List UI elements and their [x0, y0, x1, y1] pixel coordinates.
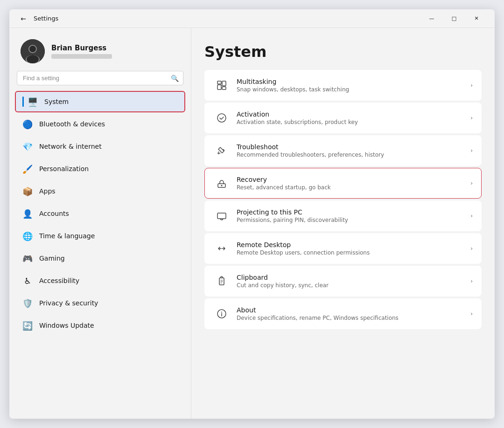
- bluetooth-nav-label: Bluetooth & devices: [39, 120, 105, 128]
- network-nav-icon: 💎: [22, 141, 33, 152]
- search-box: 🔍: [17, 71, 183, 85]
- sidebar-item-accessibility[interactable]: ♿Accessibility: [15, 270, 185, 291]
- svg-rect-8: [222, 87, 226, 90]
- minimize-button[interactable]: —: [421, 11, 442, 26]
- user-section: Brian Burgess: [15, 35, 185, 71]
- svg-point-9: [217, 114, 226, 122]
- sidebar-item-update[interactable]: 🔄Windows Update: [15, 315, 185, 336]
- clipboard-desc: Cut and copy history, sync, clear: [237, 282, 467, 289]
- settings-item-recovery[interactable]: RecoveryReset, advanced startup, go back…: [204, 168, 482, 199]
- clipboard-title: Clipboard: [237, 274, 467, 281]
- troubleshoot-title: Troubleshoot: [237, 143, 467, 151]
- activation-title: Activation: [237, 110, 467, 118]
- accessibility-nav-icon: ♿: [22, 276, 33, 286]
- update-nav-icon: 🔄: [22, 320, 33, 331]
- gaming-nav-icon: 🎮: [22, 253, 33, 263]
- settings-item-activation[interactable]: ActivationActivation state, subscription…: [204, 103, 482, 133]
- sidebar-item-network[interactable]: 💎Network & internet: [15, 136, 185, 157]
- troubleshoot-desc: Recommended troubleshooters, preferences…: [237, 152, 467, 158]
- svg-rect-7: [217, 85, 221, 90]
- sidebar-item-time[interactable]: 🌐Time & language: [15, 225, 185, 247]
- accounts-nav-icon: 👤: [22, 208, 33, 219]
- recovery-desc: Reset, advanced startup, go back: [237, 184, 467, 191]
- sidebar-item-personalization[interactable]: 🖌️Personalization: [15, 158, 185, 179]
- recovery-chevron-icon: ›: [470, 180, 473, 186]
- multitasking-title: Multitasking: [237, 78, 467, 85]
- sidebar-item-accounts[interactable]: 👤Accounts: [15, 203, 185, 224]
- main-panel: System MultitaskingSnap windows, desktop…: [191, 28, 495, 419]
- recovery-title: Recovery: [237, 176, 467, 183]
- activation-text: ActivationActivation state, subscription…: [237, 110, 467, 125]
- settings-item-multitasking[interactable]: MultitaskingSnap windows, desktops, task…: [204, 70, 482, 101]
- apps-nav-icon: 📦: [22, 186, 33, 196]
- titlebar: ← Settings — □ ✕: [9, 9, 495, 28]
- sidebar-item-apps[interactable]: 📦Apps: [15, 180, 185, 202]
- close-button[interactable]: ✕: [466, 11, 487, 26]
- system-nav-label: System: [44, 98, 69, 105]
- network-nav-label: Network & internet: [39, 143, 102, 150]
- activation-desc: Activation state, subscriptions, product…: [237, 119, 467, 125]
- settings-item-projecting[interactable]: Projecting to this PCPermissions, pairin…: [204, 200, 482, 231]
- multitasking-desc: Snap windows, desktops, task switching: [237, 86, 467, 93]
- sidebar-item-bluetooth[interactable]: 🔵Bluetooth & devices: [15, 113, 185, 135]
- gaming-nav-label: Gaming: [39, 255, 65, 262]
- activation-icon: [213, 110, 230, 126]
- about-title: About: [237, 306, 467, 314]
- svg-point-11: [221, 185, 223, 186]
- multitasking-text: MultitaskingSnap windows, desktops, task…: [237, 78, 467, 93]
- about-icon: [213, 305, 230, 322]
- recovery-text: RecoveryReset, advanced startup, go back: [237, 176, 467, 191]
- window-controls: — □ ✕: [421, 11, 487, 26]
- svg-point-15: [221, 312, 222, 313]
- privacy-nav-label: Privacy & security: [39, 299, 98, 307]
- about-desc: Device specifications, rename PC, Window…: [237, 315, 467, 321]
- search-icon: 🔍: [171, 75, 179, 82]
- user-info: Brian Burgess: [51, 44, 112, 59]
- sidebar-item-system[interactable]: 🖥️System: [15, 91, 185, 112]
- sidebar-item-gaming[interactable]: 🎮Gaming: [15, 248, 185, 269]
- user-name: Brian Burgess: [51, 44, 112, 52]
- remote-icon: [213, 240, 230, 257]
- sidebar-nav: 🖥️System🔵Bluetooth & devices💎Network & i…: [15, 91, 185, 336]
- personalization-nav-label: Personalization: [39, 165, 89, 173]
- about-chevron-icon: ›: [470, 311, 473, 317]
- svg-point-4: [27, 55, 39, 63]
- troubleshoot-icon: [213, 142, 230, 159]
- svg-rect-5: [217, 81, 221, 84]
- avatar-image: [21, 39, 45, 63]
- avatar: [21, 39, 45, 63]
- privacy-nav-icon: 🛡️: [22, 298, 33, 308]
- titlebar-title: Settings: [34, 15, 421, 22]
- recovery-icon: [213, 175, 230, 192]
- back-button[interactable]: ←: [17, 12, 30, 25]
- about-text: AboutDevice specifications, rename PC, W…: [237, 306, 467, 321]
- system-nav-icon: 🖥️: [28, 97, 38, 107]
- clipboard-text: ClipboardCut and copy history, sync, cle…: [237, 274, 467, 289]
- troubleshoot-text: TroubleshootRecommended troubleshooters,…: [237, 143, 467, 158]
- update-nav-label: Windows Update: [39, 322, 94, 329]
- maximize-button[interactable]: □: [443, 11, 465, 26]
- settings-item-clipboard[interactable]: ClipboardCut and copy history, sync, cle…: [204, 266, 482, 297]
- search-input[interactable]: [17, 71, 183, 85]
- multitasking-chevron-icon: ›: [470, 82, 473, 89]
- projecting-text: Projecting to this PCPermissions, pairin…: [237, 208, 467, 223]
- accounts-nav-label: Accounts: [39, 210, 69, 217]
- user-subtitle: [51, 54, 112, 59]
- remote-desc: Remote Desktop users, connection permiss…: [237, 249, 467, 256]
- bluetooth-nav-icon: 🔵: [22, 119, 33, 129]
- projecting-title: Projecting to this PC: [237, 208, 467, 216]
- apps-nav-label: Apps: [39, 187, 56, 195]
- projecting-desc: Permissions, pairing PIN, discoverabilit…: [237, 217, 467, 223]
- troubleshoot-chevron-icon: ›: [470, 147, 473, 154]
- page-title: System: [204, 43, 482, 61]
- settings-item-remote[interactable]: Remote DesktopRemote Desktop users, conn…: [204, 233, 482, 264]
- settings-item-about[interactable]: AboutDevice specifications, rename PC, W…: [204, 298, 482, 329]
- projecting-icon: [213, 207, 230, 224]
- remote-title: Remote Desktop: [237, 241, 467, 249]
- settings-item-troubleshoot[interactable]: TroubleshootRecommended troubleshooters,…: [204, 135, 482, 166]
- main-content: Brian Burgess 🔍 🖥️System🔵Bluetooth & dev…: [9, 28, 495, 419]
- svg-point-3: [29, 46, 36, 52]
- sidebar-item-privacy[interactable]: 🛡️Privacy & security: [15, 292, 185, 314]
- sidebar: Brian Burgess 🔍 🖥️System🔵Bluetooth & dev…: [9, 28, 191, 419]
- activation-chevron-icon: ›: [470, 115, 473, 121]
